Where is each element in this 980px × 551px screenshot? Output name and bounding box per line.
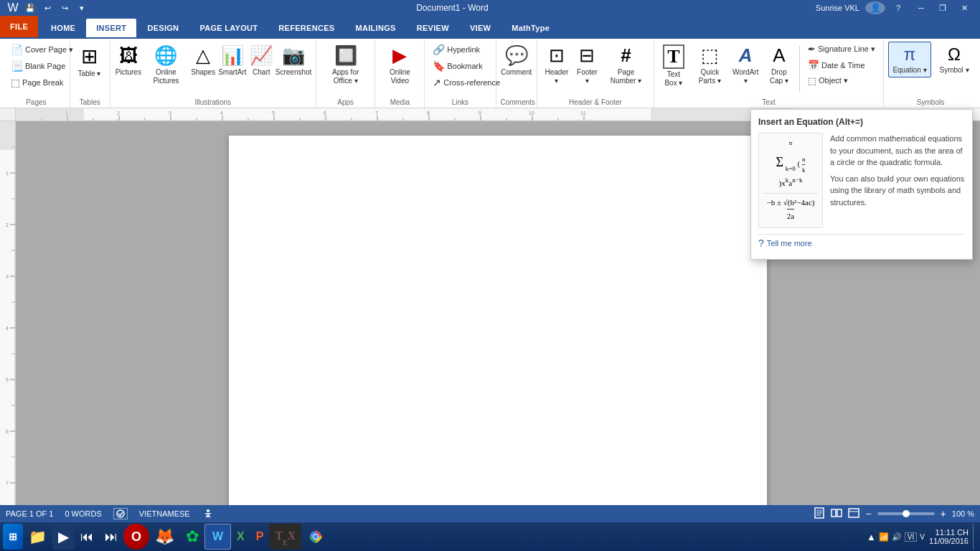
object-icon: ⬚: [808, 75, 816, 86]
ribbon-group-header-footer: ⊡ Header ▾ ⊟ Footer ▾ # Page Number ▾ He…: [537, 40, 654, 108]
table-button[interactable]: ⊞ Table ▾: [75, 42, 105, 81]
chart-button[interactable]: 📈 Chart: [248, 42, 274, 80]
redo-qat-button[interactable]: ↪: [57, 1, 72, 14]
apps-for-office-button[interactable]: 🔲 Apps for Office ▾: [321, 42, 371, 88]
bookmark-button[interactable]: 🔖 Bookmark: [429, 58, 504, 74]
cover-page-button[interactable]: 📄 Cover Page ▾: [7, 42, 77, 57]
text-right-stack: ✒ Signature Line ▾ 📅 Date & Time ⬚ Objec…: [804, 42, 879, 88]
svg-text:7: 7: [375, 110, 378, 116]
taskbar-tex[interactable]: TEX: [269, 524, 301, 550]
close-button[interactable]: ✕: [954, 1, 974, 14]
comment-button[interactable]: 💬 Comment: [501, 42, 532, 80]
wordart-button[interactable]: A WordArt ▾: [731, 42, 760, 88]
view-mode-print[interactable]: [814, 507, 825, 520]
drop-cap-button[interactable]: A Drop Cap ▾: [763, 42, 795, 88]
zoom-out-button[interactable]: −: [865, 508, 871, 519]
language[interactable]: VIETNAMESE: [139, 509, 190, 518]
taskbar-powerpoint[interactable]: P: [250, 524, 270, 550]
date-time-icon: 📅: [808, 60, 819, 70]
taskbar-opera[interactable]: O: [123, 524, 149, 550]
cross-reference-button[interactable]: ↗ Cross-reference: [429, 75, 504, 90]
taskbar-word[interactable]: W: [204, 524, 231, 550]
tell-more-label[interactable]: Tell me more: [767, 239, 812, 248]
svg-text:1: 1: [6, 171, 9, 176]
minimize-button[interactable]: ─: [911, 1, 931, 14]
quick-parts-icon: ⬚: [701, 44, 719, 67]
show-desktop-button[interactable]: [973, 524, 977, 550]
date-time-button[interactable]: 📅 Date & Time: [804, 57, 879, 72]
taskbar-explorer[interactable]: 📁: [23, 524, 52, 550]
taskbar-excel[interactable]: X: [231, 524, 250, 550]
taskbar-player2[interactable]: ⏮: [75, 524, 99, 550]
window-title: Document1 - Word: [89, 3, 816, 13]
object-button[interactable]: ⬚ Object ▾: [804, 73, 879, 88]
online-pictures-button[interactable]: 🌐 Online Pictures: [143, 42, 189, 88]
online-pictures-icon: 🌐: [154, 44, 177, 67]
taskbar-greenapp[interactable]: ✿: [180, 524, 204, 550]
quick-parts-button[interactable]: ⬚ Quick Parts ▾: [692, 42, 728, 88]
start-button[interactable]: ⊞: [3, 524, 23, 550]
tray-volume[interactable]: 🔊: [892, 532, 902, 542]
header-button[interactable]: ⊡ Header ▾: [542, 42, 572, 88]
ribbon-group-links: 🔗 Hyperlink 🔖 Bookmark ↗ Cross-reference…: [425, 40, 496, 108]
tab-mathtype[interactable]: MathType: [501, 19, 560, 37]
page-number-button[interactable]: # Page Number ▾: [603, 42, 649, 88]
shapes-button[interactable]: △ Shapes: [190, 42, 217, 80]
tray-input[interactable]: VI: [905, 532, 917, 542]
tray-arrow[interactable]: ▲: [867, 532, 876, 542]
taskbar-media[interactable]: ▶: [52, 524, 75, 550]
word-count[interactable]: 0 WORDS: [65, 509, 101, 518]
equation-button[interactable]: π Equation ▾: [888, 42, 931, 77]
smartart-button[interactable]: 📊 SmartArt: [217, 42, 247, 80]
track-changes-icon[interactable]: [113, 508, 128, 519]
customize-qat-button[interactable]: ▾: [75, 1, 89, 14]
tell-more-link[interactable]: ? Tell me more: [758, 234, 965, 252]
help-button[interactable]: ?: [891, 1, 905, 14]
tray-network[interactable]: 📶: [879, 532, 889, 542]
document-page[interactable]: [229, 136, 767, 520]
zoom-slider[interactable]: [877, 512, 935, 515]
hyperlink-button[interactable]: 🔗 Hyperlink: [429, 42, 504, 57]
tab-mailings[interactable]: MAILINGS: [346, 19, 406, 37]
taskbar-firefox[interactable]: 🦊: [149, 524, 180, 550]
page-break-button[interactable]: ⬚ Page Break: [7, 75, 77, 90]
tab-references[interactable]: REFERENCES: [268, 19, 344, 37]
page-number-label: Page Number ▾: [606, 68, 646, 85]
header-footer-buttons: ⊡ Header ▾ ⊟ Footer ▾ # Page Number ▾: [542, 42, 649, 96]
page-info[interactable]: PAGE 1 OF 1: [6, 509, 53, 518]
symbol-button[interactable]: Ω Symbol ▾: [933, 42, 976, 77]
pictures-button[interactable]: 🖼 Pictures: [115, 42, 142, 80]
symbol-icon: Ω: [948, 44, 961, 65]
svg-text:7: 7: [6, 481, 9, 486]
tab-review[interactable]: REVIEW: [407, 19, 459, 37]
save-qat-button[interactable]: 💾: [23, 1, 37, 14]
tables-group-label: Tables: [75, 96, 105, 108]
svg-rect-68: [837, 509, 842, 517]
tab-page-layout[interactable]: PAGE LAYOUT: [189, 19, 268, 37]
restore-button[interactable]: ❐: [933, 1, 953, 14]
zoom-in-button[interactable]: +: [941, 508, 946, 519]
tab-insert[interactable]: INSERT: [86, 19, 136, 37]
tray-vpn[interactable]: V: [920, 533, 925, 541]
taskbar-chrome[interactable]: [301, 524, 330, 550]
text-box-button[interactable]: T Text Box ▾: [659, 42, 689, 90]
undo-qat-button[interactable]: ↩: [40, 1, 55, 14]
zoom-slider-thumb[interactable]: [903, 510, 910, 517]
tab-home[interactable]: HOME: [41, 19, 85, 37]
footer-button[interactable]: ⊟ Footer ▾: [573, 42, 601, 88]
taskbar-player3[interactable]: ⏭: [99, 524, 123, 550]
equation-visual: n Σ k=0 ( n k )xkan−k −b ± √(b²−4ac) 2a: [758, 133, 823, 228]
taskbar-clock[interactable]: 11:11 CH 11/09/2016: [929, 528, 969, 545]
zoom-percent[interactable]: 100 %: [952, 509, 974, 518]
tab-view[interactable]: VIEW: [460, 19, 501, 37]
tab-design[interactable]: DESIGN: [137, 19, 189, 37]
screenshot-label: Screenshot: [275, 68, 312, 77]
chart-icon: 📈: [250, 44, 273, 67]
online-video-button[interactable]: ▶ Online Video: [380, 42, 420, 88]
tab-file[interactable]: FILE: [0, 16, 38, 37]
blank-page-button[interactable]: 📃 Blank Page: [7, 58, 77, 74]
view-mode-web[interactable]: [848, 507, 859, 520]
signature-line-button[interactable]: ✒ Signature Line ▾: [804, 42, 879, 57]
view-mode-read[interactable]: [831, 507, 842, 520]
screenshot-button[interactable]: 📷 Screenshot: [275, 42, 311, 80]
